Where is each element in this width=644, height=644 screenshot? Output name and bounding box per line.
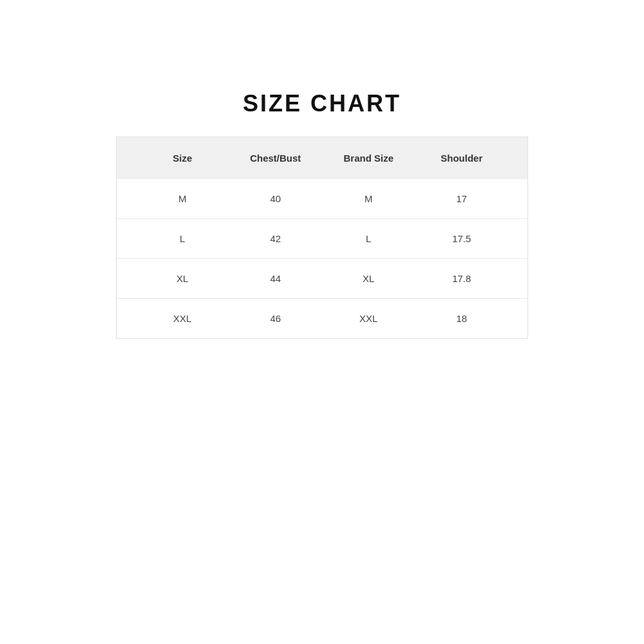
header-chest: Chest/Bust [229,153,323,164]
table-body: M 40 M 17 L 42 L 17.5 XL 44 XL 17.8 XXL … [117,179,527,338]
table-row: M 40 M 17 [117,179,527,218]
table-row: L 42 L 17.5 [117,218,527,258]
cell-chest-m: 40 [229,193,323,204]
cell-size-l: L [136,233,229,244]
cell-shoulder-xl: 17.8 [415,273,509,284]
cell-brand-l: L [322,233,415,244]
page-container: SIZE CHART Size Chest/Bust Brand Size Sh… [0,0,644,644]
cell-chest-xxl: 46 [229,313,323,324]
header-size: Size [136,153,229,164]
header-shoulder: Shoulder [415,153,509,164]
cell-brand-m: M [322,193,415,204]
cell-chest-l: 42 [229,233,323,244]
cell-size-xl: XL [136,273,229,284]
cell-size-xxl: XXL [136,313,229,324]
cell-shoulder-m: 17 [415,193,509,204]
cell-brand-xl: XL [322,273,415,284]
cell-chest-xl: 44 [229,273,323,284]
header-brand-size: Brand Size [322,153,415,164]
table-row: XXL 46 XXL 18 [117,298,527,338]
size-chart-table: Size Chest/Bust Brand Size Shoulder M 40… [116,137,528,339]
cell-shoulder-l: 17.5 [415,233,509,244]
table-row: XL 44 XL 17.8 [117,258,527,298]
cell-size-m: M [136,193,229,204]
cell-shoulder-xxl: 18 [415,313,509,324]
table-header: Size Chest/Bust Brand Size Shoulder [117,137,527,179]
page-title: SIZE CHART [243,90,401,117]
cell-brand-xxl: XXL [322,313,415,324]
